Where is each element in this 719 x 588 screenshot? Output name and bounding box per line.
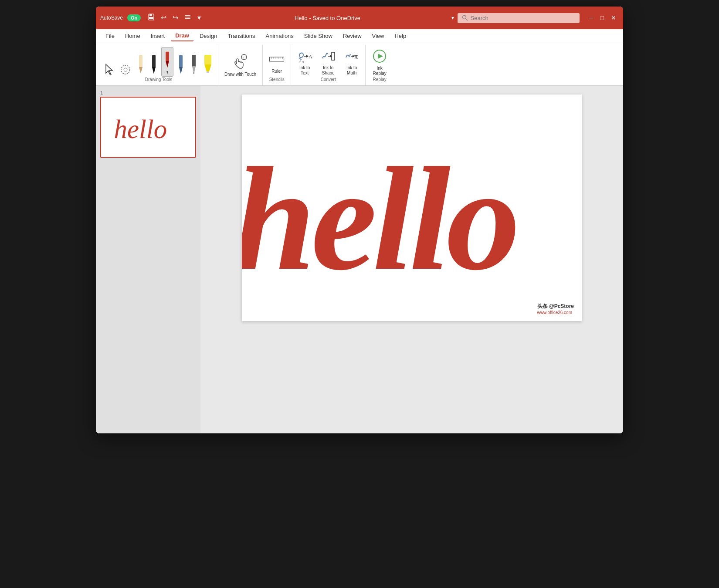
ink-to-text-button[interactable]: A √ π Ink toText: [295, 47, 315, 77]
lasso-tool-button[interactable]: [118, 47, 133, 77]
close-button[interactable]: ✕: [608, 14, 619, 22]
replay-label: Replay: [373, 77, 387, 84]
pen1-button[interactable]: [135, 47, 146, 77]
ink-to-text-label: Ink toText: [299, 65, 310, 76]
slide-thumb-svg: hello: [101, 99, 195, 155]
pen2-button[interactable]: [148, 47, 159, 77]
watermark-line2: www.office26.com: [537, 310, 574, 315]
pen1-icon: [137, 54, 145, 76]
pen2-icon: [150, 54, 158, 76]
draw-with-touch-button[interactable]: ↑ Draw with Touch: [222, 50, 259, 81]
menu-slideshow[interactable]: Slide Show: [300, 31, 337, 41]
svg-marker-26: [204, 64, 211, 71]
main-content: 1 hello hello 头条 @PcStore www.: [96, 86, 623, 433]
ruler-button[interactable]: Ruler: [266, 47, 287, 77]
title-bar-icons: ↩ ↪ ▾: [146, 13, 203, 23]
search-input[interactable]: [471, 15, 571, 21]
ribbon-draw-touch-section: ↑ Draw with Touch: [218, 45, 263, 85]
maximize-button[interactable]: □: [598, 14, 607, 22]
ink-replay-icon: [372, 47, 387, 65]
pen3-button[interactable]: [161, 47, 173, 77]
doc-title: Hello - Saved to OneDrive: [206, 15, 448, 21]
pen4-button[interactable]: [175, 47, 187, 77]
ribbon: Drawing Tools ↑ Draw with Touch: [96, 43, 623, 86]
ink-to-text-icon: A √ π: [297, 48, 312, 64]
svg-marker-18: [166, 61, 169, 68]
draw-with-touch-label: Draw with Touch: [224, 72, 256, 77]
svg-rect-44: [332, 52, 335, 60]
svg-line-7: [466, 19, 468, 20]
dropdown-arrow-icon[interactable]: ▾: [196, 13, 203, 23]
draw-with-touch-icon: ↑: [233, 54, 248, 71]
ink-replay-label: InkReplay: [373, 66, 387, 76]
svg-rect-20: [179, 55, 183, 68]
pen3-icon: [163, 48, 171, 69]
stencils-tools: Ruler: [266, 47, 287, 77]
watermark-line1: 头条 @PcStore: [537, 303, 574, 310]
highlighter-icon: [203, 54, 213, 76]
slide-thumbnail-1[interactable]: 1 hello: [100, 90, 196, 158]
svg-rect-16: [166, 49, 169, 52]
menu-review[interactable]: Review: [339, 31, 366, 41]
draw-touch-tools: ↑ Draw with Touch: [222, 47, 259, 84]
pen4-icon: [177, 54, 185, 76]
menu-insert[interactable]: Insert: [146, 31, 170, 41]
ribbon-stencils-section: Ruler Stencils: [263, 45, 291, 85]
ink-to-shape-label: Ink toShape: [322, 65, 335, 76]
ink-to-math-label: Ink toMath: [346, 65, 357, 76]
svg-rect-5: [185, 18, 190, 19]
svg-point-9: [121, 65, 130, 74]
slide-thumb-inner-1: hello: [100, 97, 196, 158]
title-dropdown-icon[interactable]: ▾: [451, 15, 454, 21]
drawing-tools-label: Drawing Tools: [145, 77, 173, 84]
select-tool-button[interactable]: [103, 47, 116, 77]
autosave-toggle[interactable]: On: [127, 14, 141, 21]
menu-transitions[interactable]: Transitions: [223, 31, 259, 41]
svg-rect-30: [270, 57, 284, 61]
save-icon[interactable]: [146, 13, 156, 23]
highlighter-button[interactable]: [201, 47, 214, 77]
menu-view[interactable]: View: [368, 31, 389, 41]
ink-to-math-button[interactable]: π Ink toMath: [342, 47, 362, 77]
svg-text:A: A: [309, 54, 312, 60]
svg-text:hello: hello: [242, 137, 516, 301]
slide-canvas: hello 头条 @PcStore www.office26.com: [242, 95, 582, 321]
customize-quick-access-icon[interactable]: [183, 13, 193, 23]
pen3-dropdown-icon[interactable]: [163, 70, 171, 75]
app-frame: AutoSave On ↩ ↪ ▾ Hello - Saved to OneDr…: [96, 7, 623, 433]
pen5-button[interactable]: [188, 47, 200, 77]
svg-rect-17: [166, 52, 169, 61]
stencils-label: Stencils: [269, 77, 285, 84]
menu-home[interactable]: Home: [121, 31, 145, 41]
undo-icon[interactable]: ↩: [159, 13, 168, 23]
ink-to-shape-button[interactable]: Ink toShape: [318, 47, 338, 77]
search-icon: [462, 15, 468, 21]
menu-animations[interactable]: Animations: [261, 31, 298, 41]
svg-rect-27: [207, 71, 209, 73]
ribbon-replay-section: InkReplay Replay: [366, 45, 393, 85]
ink-to-shape-icon: [321, 48, 336, 64]
svg-rect-3: [185, 15, 190, 16]
svg-text:π: π: [354, 53, 358, 60]
menu-file[interactable]: File: [101, 31, 119, 41]
menu-help[interactable]: Help: [390, 31, 410, 41]
svg-rect-14: [152, 55, 156, 68]
svg-marker-15: [152, 67, 156, 74]
replay-tools: InkReplay: [369, 47, 390, 77]
ink-replay-button[interactable]: InkReplay: [369, 47, 390, 77]
slide-canvas-area[interactable]: hello 头条 @PcStore www.office26.com: [200, 86, 623, 433]
menu-draw[interactable]: Draw: [171, 30, 193, 41]
ink-to-math-icon: π: [344, 48, 359, 64]
slide-content-svg: hello: [242, 95, 582, 321]
svg-text:↑: ↑: [243, 56, 244, 60]
redo-icon[interactable]: ↪: [171, 13, 180, 23]
svg-marker-19: [166, 71, 168, 74]
ribbon-convert-section: A √ π Ink toText: [291, 45, 366, 85]
minimize-button[interactable]: ─: [587, 14, 596, 22]
svg-rect-11: [139, 55, 142, 68]
title-bar: AutoSave On ↩ ↪ ▾ Hello - Saved to OneDr…: [96, 7, 623, 29]
search-box: [458, 13, 580, 23]
menu-design[interactable]: Design: [195, 31, 221, 41]
slide-number-1: 1: [100, 90, 196, 95]
svg-marker-49: [378, 54, 383, 59]
